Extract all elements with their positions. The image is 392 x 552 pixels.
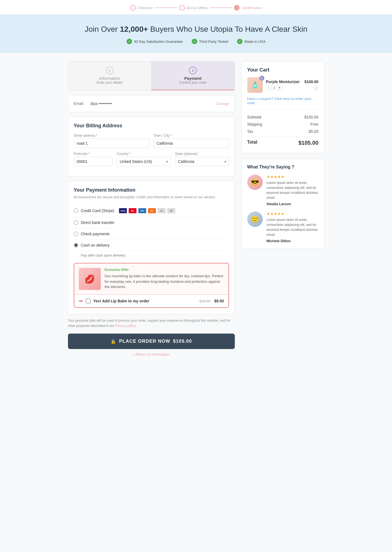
email-section: Email dipa •••••••••• Change — [68, 95, 235, 112]
review-author-1: Stealla Larson — [267, 202, 319, 206]
subtotal-label: Subtotal — [247, 115, 261, 119]
step-checkout-circle: ✓ — [130, 5, 136, 10]
billing-title: Your Billing Address — [74, 123, 229, 129]
tab-payment: 2 Payment Confirm your order — [151, 62, 235, 90]
payment-section: Your Payment Information All transaction… — [68, 181, 235, 314]
shipping-value: Free — [311, 122, 319, 126]
offer-tag: Exclusive Offer — [105, 268, 224, 272]
offer-text: Exclusive Offer Our nourishing lip balm … — [105, 268, 224, 290]
offer-image: 💋 — [79, 268, 101, 290]
qty-minus-button[interactable]: - — [266, 85, 272, 91]
reviews-box: What They're Saying ? 😎 ★★★★★ Lorem ipsu… — [241, 159, 324, 249]
review-author-2: Michele Dillon — [267, 239, 319, 243]
tab-info-num: 1 — [106, 67, 114, 74]
payment-option-bank: Direct bank transfer — [74, 217, 229, 228]
cart-title: Your Cart — [247, 67, 319, 73]
offer-checkbox[interactable] — [86, 299, 91, 303]
place-order-button[interactable]: 🔒 PLACE ORDER NOW $105.00 — [68, 334, 235, 349]
left-column: 1 Information Enter your details 2 Payme… — [68, 61, 235, 356]
country-field: Country * United States (US) — [117, 152, 171, 166]
check-icon-tested: ✓ — [192, 39, 197, 44]
qty-plus-button[interactable]: + — [277, 85, 282, 91]
cart-box: Your Cart 🧴 2 Purple Moisturizer - 2 + $… — [241, 61, 324, 153]
step-bonus-label: Bonus Offers — [187, 6, 208, 10]
progress-bar: ✓ Checkout ✓ Bonus Offers ✓ Confirmation — [0, 0, 392, 14]
label-credit-card: Credit Card (Stripe) — [81, 208, 114, 213]
tab-pay-label: Payment — [156, 76, 230, 81]
cart-item-image: 🧴 2 — [247, 77, 263, 93]
shipping-row: Shipping Free — [247, 121, 319, 128]
country-select[interactable]: United States (US) — [117, 157, 171, 166]
review-avatar-2: 🙂 — [247, 212, 263, 227]
review-content-1: ★★★★★ Lorem ipsum dolor sit amet, consec… — [267, 175, 319, 206]
label-check: Check payments — [81, 232, 110, 236]
street-field: Street address * — [74, 134, 149, 148]
privacy-link[interactable]: Privacy policy — [115, 324, 135, 328]
tab-info-label: Information — [73, 76, 147, 81]
lock-icon: 🔒 — [111, 339, 116, 344]
progress-line-1 — [155, 7, 177, 8]
step-confirmation-label: Confirmation — [241, 6, 262, 10]
amex-icon: AX — [138, 208, 146, 213]
state-select-wrap: California — [175, 157, 229, 166]
offer-price-old: $10.00 — [199, 299, 211, 303]
country-label: Country * — [117, 152, 171, 156]
place-order-price: $105.00 — [173, 339, 192, 344]
offer-content: 💋 Exclusive Offer Our nourishing lip bal… — [74, 263, 228, 294]
privacy-text-end: . — [135, 324, 136, 328]
cart-remove-button[interactable]: ✕ — [314, 86, 319, 91]
hero-title-post: Buyers Who Use Utopia To Have A Clear Sk… — [148, 25, 307, 33]
total-label: Total — [247, 140, 257, 146]
radio-check[interactable] — [74, 232, 78, 236]
postcode-input[interactable] — [74, 157, 112, 166]
badge-tested: ✓ Third Party Tested — [192, 39, 228, 44]
change-email-link[interactable]: Change — [216, 102, 229, 106]
street-input[interactable] — [74, 139, 149, 148]
state-select[interactable]: California — [175, 157, 229, 166]
offer-cta-label: Yes! Add Lip Balm to my order — [93, 299, 197, 303]
tab-pay-sub: Confirm your order — [156, 81, 230, 84]
hero-banner: Join Over 12,000+ Buyers Who Use Utopia … — [0, 14, 392, 53]
cart-item-name: Purple Moisturizer — [266, 80, 301, 84]
main-content: 1 Information Enter your details 2 Payme… — [64, 53, 329, 365]
progress-line-2 — [210, 7, 232, 8]
radio-credit-card[interactable] — [74, 208, 78, 213]
hero-title-pre: Join Over — [85, 25, 120, 33]
email-label: Email — [74, 101, 88, 106]
payment-title: Your Payment Information — [74, 187, 229, 193]
review-content-2: ★★★★★ Lorem ipsum dolor sit amet, consec… — [267, 212, 319, 243]
return-link[interactable]: « Return to Information — [68, 352, 235, 356]
review-text-2: Lorem ipsum dolor sit amet, consectetur … — [267, 217, 319, 237]
radio-bank-transfer[interactable] — [74, 220, 78, 225]
radio-cash[interactable] — [74, 243, 78, 247]
step-checkout: ✓ Checkout — [130, 5, 153, 10]
city-label: Town / City * — [154, 134, 229, 138]
tax-row: Tax $5.00 — [247, 128, 319, 135]
step-confirmation-circle: ✓ — [234, 5, 240, 10]
offer-cta[interactable]: ➡ Yes! Add Lip Balm to my order $10.00 $… — [74, 294, 228, 307]
privacy-text: Your personal data will be used to proce… — [68, 319, 231, 328]
badge-guarantee-label: 30 Day Satisfaction Guarantee — [134, 39, 183, 44]
privacy-note: Your personal data will be used to proce… — [68, 318, 235, 329]
qty-value: 2 — [273, 86, 275, 90]
offer-price-new: $9.50 — [214, 299, 224, 303]
badge-guarantee: ✓ 30 Day Satisfaction Guarantee — [127, 39, 183, 44]
place-order-label: PLACE ORDER NOW — [119, 339, 170, 344]
offer-box: 💋 Exclusive Offer Our nourishing lip bal… — [74, 263, 229, 308]
review-item-1: 😎 ★★★★★ Lorem ipsum dolor sit amet, cons… — [247, 175, 319, 206]
tab-info-sub: Enter your details — [73, 81, 147, 84]
review-text-1: Lorem ipsum dolor sit amet, consectetur … — [267, 180, 319, 200]
offer-desc: Our nourishing lip balm is the ultimate … — [105, 273, 224, 290]
country-select-wrap: United States (US) — [117, 157, 171, 166]
hero-title: Join Over 12,000+ Buyers Who Use Utopia … — [6, 25, 386, 34]
subtotal-row: Subtotal $100.00 — [247, 113, 319, 121]
billing-section: Your Billing Address Street address * To… — [68, 117, 235, 176]
city-input[interactable] — [154, 139, 229, 148]
review-item-2: 🙂 ★★★★★ Lorem ipsum dolor sit amet, cons… — [247, 212, 319, 243]
cart-item-price: $100.00 — [304, 80, 319, 84]
step-tabs: 1 Information Enter your details 2 Payme… — [68, 61, 235, 91]
grand-total-row: Total $105.00 — [247, 137, 319, 147]
coupon-link[interactable]: Have a coupon? Click here to enter your … — [247, 97, 319, 105]
tab-information: 1 Information Enter your details — [68, 62, 152, 90]
payment-option-credit: Credit Card (Stripe) VISA MC AX DC JC UP — [74, 205, 229, 217]
